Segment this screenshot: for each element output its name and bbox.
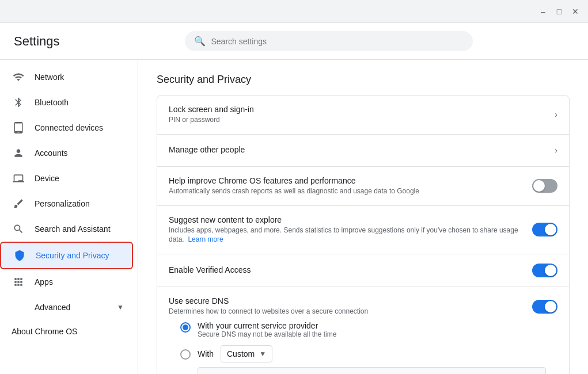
sidebar-item-advanced[interactable]: Advanced ▼ [0,295,133,320]
verified-access-content: Enable Verified Access [169,265,523,276]
sidebar-item-label: Search and Assistant [35,224,124,234]
lock-screen-content: Lock screen and sign-in PIN or password [169,105,545,125]
suggest-content-toggle[interactable] [532,223,557,236]
app-container: Settings 🔍 Network Bluetooth [0,23,588,374]
dns-select-text: Custom [227,349,255,358]
lock-screen-subtitle: PIN or password [169,115,545,125]
header: Settings 🔍 [0,23,588,60]
sidebar-item-label: Bluetooth [35,98,124,107]
improve-chrome-row: Help improve Chrome OS features and perf… [157,167,569,206]
content-area: Security and Privacy Lock screen and sig… [138,60,588,374]
verified-access-toggle-control[interactable] [532,264,557,277]
improve-chrome-subtitle: Automatically sends crash reports as wel… [169,186,523,196]
dns-provider-label: With your current service provider [198,321,336,330]
suggest-content-row: Suggest new content to explore Includes … [157,206,569,255]
toggle-knob [545,301,556,312]
lock-screen-title: Lock screen and sign-in [169,105,545,114]
sidebar-item-label: Advanced [35,303,117,312]
sidebar-item-apps[interactable]: Apps [0,269,133,295]
chevron-right-icon: › [555,146,557,155]
dns-custom-option[interactable]: With Custom ▼ [180,345,546,374]
brush-icon [12,197,25,211]
secure-dns-header: Use secure DNS Determines how to connect… [169,296,557,316]
advanced-icon [12,300,25,314]
toggle-knob [533,180,545,192]
dns-current-provider-text: With your current service provider Secur… [198,321,336,338]
suggest-content-content: Suggest new content to explore Includes … [169,215,523,245]
bluetooth-icon [12,96,25,109]
sidebar-item-security-privacy[interactable]: Security and Privacy [0,242,133,269]
dns-provider-sublabel: Secure DNS may not be available all the … [198,330,336,338]
search-input[interactable] [211,37,464,46]
minimize-button[interactable]: – [537,6,549,17]
radio-current-provider[interactable] [180,322,191,333]
main-layout: Network Bluetooth Connected devices Acco… [0,60,588,374]
sidebar-item-label: Device [35,174,124,183]
sidebar-item-personalization[interactable]: Personalization [0,191,133,216]
lock-screen-row[interactable]: Lock screen and sign-in PIN or password … [157,96,569,135]
toggle-knob [545,265,556,276]
secure-dns-title: Use secure DNS [169,296,523,306]
radio-custom[interactable] [180,349,191,360]
sidebar-item-connected-devices[interactable]: Connected devices [0,115,133,140]
sidebar-item-accounts[interactable]: Accounts [0,140,133,166]
sidebar-item-search-assistant[interactable]: Search and Assistant [0,216,133,242]
titlebar: – □ ✕ [0,0,588,23]
sidebar-item-label: Connected devices [35,123,124,132]
shield-icon [13,249,26,262]
section-title: Security and Privacy [157,74,570,86]
verified-access-row: Enable Verified Access [157,254,569,287]
dns-custom-row: With Custom ▼ [180,345,272,362]
sidebar-item-label: Security and Privacy [36,251,123,260]
dns-options: With your current service provider Secur… [169,316,557,374]
sidebar: Network Bluetooth Connected devices Acco… [0,60,138,374]
sidebar-item-bluetooth[interactable]: Bluetooth [0,90,133,115]
wifi-icon [12,70,25,84]
chevron-right-icon: › [555,110,557,119]
verified-access-title: Enable Verified Access [169,265,523,274]
secure-dns-toggle-control[interactable] [532,300,557,314]
manage-people-row[interactable]: Manage other people › [157,135,569,167]
suggest-content-subtitle: Includes apps, webpages, and more. Sends… [169,226,523,245]
page-title: Settings [14,34,83,49]
sidebar-item-network[interactable]: Network [0,64,133,90]
secure-dns-subtitle: Determines how to connect to websites ov… [169,307,523,316]
suggest-content-title: Suggest new content to explore [169,215,523,224]
suggest-content-toggle-control[interactable] [532,223,557,236]
sidebar-item-about[interactable]: About Chrome OS [0,320,138,343]
manage-people-action: › [555,146,557,155]
improve-chrome-toggle[interactable] [532,179,557,193]
improve-chrome-toggle-control[interactable] [532,179,557,193]
maximize-button[interactable]: □ [553,6,565,17]
grid-icon [12,275,25,289]
secure-dns-content: Use secure DNS Determines how to connect… [169,296,523,316]
secure-dns-toggle[interactable] [532,300,557,314]
settings-card: Lock screen and sign-in PIN or password … [157,95,570,374]
search-icon: 🔍 [194,36,206,47]
sidebar-item-label: Network [35,72,124,82]
search-nav-icon [12,222,25,236]
toggle-knob [545,224,556,235]
sidebar-item-label: Accounts [35,148,124,158]
custom-provider-input[interactable] [198,367,546,374]
dns-custom-label: With [198,349,214,358]
dns-custom-select[interactable]: Custom ▼ [221,345,272,362]
tablet-icon [12,121,25,135]
secure-dns-row: Use secure DNS Determines how to connect… [157,287,569,374]
person-icon [12,146,25,160]
chevron-down-icon: ▼ [117,303,124,311]
dns-current-provider-option[interactable]: With your current service provider Secur… [180,321,546,338]
lock-screen-action: › [555,110,557,119]
sidebar-item-device[interactable]: Device [0,166,133,191]
close-button[interactable]: ✕ [570,6,581,17]
laptop-icon [12,171,25,185]
learn-more-link[interactable]: Learn more [188,235,223,243]
verified-access-toggle[interactable] [532,264,557,277]
search-bar: 🔍 [185,31,473,51]
sidebar-item-label: Apps [35,277,124,287]
dropdown-arrow-icon: ▼ [259,350,266,358]
manage-people-title: Manage other people [169,145,545,154]
sidebar-item-label: About Chrome OS [12,327,77,336]
manage-people-content: Manage other people [169,145,545,155]
sidebar-item-label: Personalization [35,199,124,208]
